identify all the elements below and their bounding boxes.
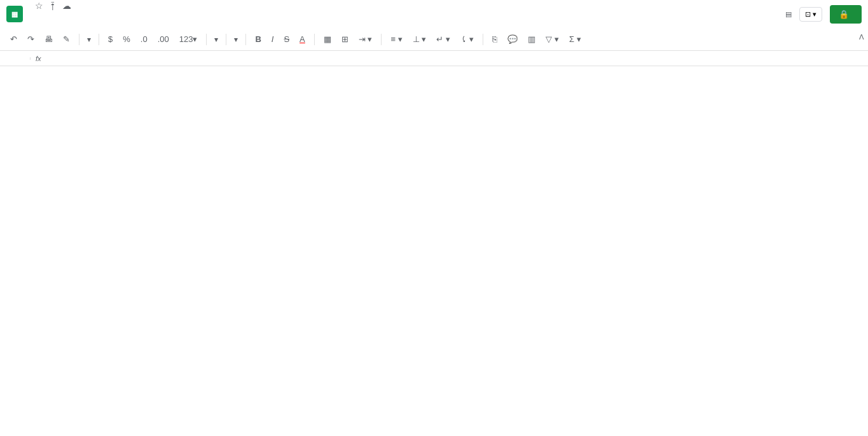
lock-icon: 🔒 bbox=[839, 10, 849, 19]
more-formats-icon[interactable]: 123▾ bbox=[176, 32, 202, 46]
bold-icon[interactable]: B bbox=[251, 32, 265, 46]
menu-tools[interactable] bbox=[97, 18, 106, 20]
toolbar: ↶ ↷ 🖶 ✎ ▾ $ % .0 .00 123▾ ▾ ▾ B I S A ▦ … bbox=[0, 28, 868, 51]
font-select[interactable]: ▾ bbox=[212, 34, 221, 45]
print-icon[interactable]: 🖶 bbox=[41, 32, 57, 46]
share-button[interactable]: 🔒 bbox=[830, 5, 862, 24]
paint-format-icon[interactable]: ✎ bbox=[59, 32, 74, 46]
move-icon[interactable]: ⭱ bbox=[48, 1, 57, 11]
functions-icon[interactable]: Σ ▾ bbox=[565, 32, 585, 46]
menubar bbox=[29, 11, 785, 27]
zoom-select[interactable]: ▾ bbox=[85, 34, 93, 45]
percent-icon[interactable]: % bbox=[119, 32, 134, 46]
cloud-icon[interactable]: ☁ bbox=[62, 1, 71, 11]
present-button[interactable]: ⊡ ▾ bbox=[799, 7, 822, 22]
merge-icon[interactable]: ⇥ ▾ bbox=[355, 32, 376, 46]
chart-icon[interactable]: ▥ bbox=[524, 32, 539, 46]
fill-color-icon[interactable]: ▦ bbox=[320, 32, 335, 46]
sheets-logo: ▦ bbox=[6, 6, 23, 22]
menu-edit[interactable] bbox=[46, 18, 55, 20]
filter-icon[interactable]: ▽ ▾ bbox=[542, 32, 563, 46]
borders-icon[interactable]: ⊞ bbox=[338, 32, 352, 46]
star-icon[interactable]: ☆ bbox=[35, 1, 43, 11]
valign-icon[interactable]: ⊥ ▾ bbox=[409, 32, 431, 46]
rotate-icon[interactable]: ⤹ ▾ bbox=[457, 32, 478, 46]
redo-icon[interactable]: ↷ bbox=[24, 32, 38, 46]
wrap-icon[interactable]: ↵ ▾ bbox=[432, 32, 454, 46]
fx-icon: fx bbox=[31, 55, 46, 62]
menu-help[interactable] bbox=[117, 18, 126, 20]
currency-icon[interactable]: $ bbox=[104, 32, 116, 46]
menu-insert[interactable] bbox=[66, 18, 75, 20]
collapse-icon[interactable]: ᐱ bbox=[859, 33, 864, 41]
halign-icon[interactable]: ≡ ▾ bbox=[387, 32, 406, 46]
strike-icon[interactable]: S bbox=[280, 32, 293, 46]
comment-icon[interactable]: ▤ bbox=[785, 10, 792, 18]
menu-view[interactable] bbox=[56, 18, 65, 20]
increase-decimal-icon[interactable]: .00 bbox=[154, 32, 173, 46]
menu-file[interactable] bbox=[36, 18, 45, 20]
name-box[interactable] bbox=[0, 57, 31, 60]
undo-icon[interactable]: ↶ bbox=[6, 32, 21, 46]
decrease-decimal-icon[interactable]: .0 bbox=[137, 32, 151, 46]
text-color-icon[interactable]: A bbox=[296, 32, 309, 46]
menu-format[interactable] bbox=[76, 18, 85, 20]
link-icon[interactable]: ⎘ bbox=[488, 32, 501, 46]
italic-icon[interactable]: I bbox=[268, 32, 278, 46]
comment-add-icon[interactable]: 💬 bbox=[504, 32, 521, 46]
font-size[interactable]: ▾ bbox=[231, 34, 240, 45]
menu-data[interactable] bbox=[86, 18, 95, 20]
menu-addons[interactable] bbox=[107, 18, 116, 20]
